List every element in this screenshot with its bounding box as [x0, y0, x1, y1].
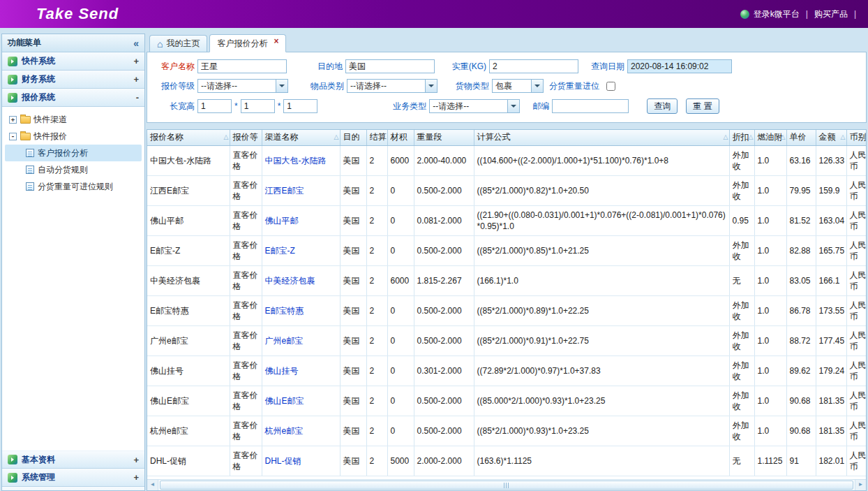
sort-icon[interactable]: △	[334, 133, 339, 140]
table-row[interactable]: DHL-促销直客价格DHL-促销美国250002.000-2.000(163.6…	[147, 446, 866, 476]
column-header-3[interactable]: 目的	[340, 130, 366, 145]
sort-icon[interactable]: △	[224, 133, 229, 140]
cell: 直客价格	[230, 446, 262, 476]
tree-leaf-weight-carry-rule[interactable]: 分货重量可进位规则	[5, 178, 142, 195]
length-input[interactable]	[197, 99, 232, 113]
postcode-input[interactable]	[552, 99, 629, 113]
cell: ((85*2/1.000)*0.89)*1.0+22.25	[474, 295, 729, 325]
column-header-5[interactable]: 材积	[387, 130, 414, 145]
column-header-4[interactable]: 结算	[366, 130, 387, 145]
plus-icon[interactable]: +	[133, 472, 139, 483]
tab-home[interactable]: ⌂ 我的主页	[149, 35, 207, 52]
plus-icon[interactable]: +	[133, 56, 139, 66]
sidebar-item-basic-data[interactable]: 基本资料 +	[2, 450, 144, 469]
sidebar-item-system-admin[interactable]: 系统管理 +	[2, 469, 144, 487]
channel-link[interactable]: 佛山挂号	[265, 366, 299, 376]
height-input[interactable]	[283, 99, 317, 113]
sort-icon[interactable]: △	[841, 133, 846, 140]
table-row[interactable]: E邮宝-Z直客价格E邮宝-Z美国200.500-2.000((85*2/1.00…	[147, 235, 866, 265]
select-value: --请选择--	[198, 80, 276, 92]
tree-leaf-customer-quote-analysis[interactable]: 客户报价分析	[5, 145, 142, 161]
channel-link[interactable]: DHL-促销	[265, 456, 301, 466]
table-row[interactable]: 佛山平邮直客价格佛山平邮美国200.081-2.000((21.90+((0.0…	[147, 205, 866, 235]
channel-link[interactable]: 江西E邮宝	[265, 186, 304, 196]
cell: 无	[729, 446, 754, 476]
column-header-10[interactable]: 单价	[786, 130, 816, 145]
table-row[interactable]: 佛山挂号直客价格佛山挂号美国200.301-2.000((72.89*2/1.0…	[147, 356, 866, 386]
channel-link[interactable]: 中国大包-水陆路	[265, 156, 327, 166]
weight-carry-checkbox[interactable]	[606, 82, 615, 91]
table-row[interactable]: 杭州e邮宝直客价格杭州e邮宝美国200.500-2.000((85*2/1.00…	[147, 416, 866, 446]
sidebar-item-other-system[interactable]: 其他系统 +	[2, 487, 144, 491]
reset-button[interactable]: 重 置	[686, 98, 719, 114]
login-platform-link[interactable]: 登录k微平台	[754, 8, 800, 20]
cell: 广州e邮宝	[147, 325, 230, 356]
table-row[interactable]: 中国大包-水陆路直客价格中国大包-水陆路美国260002.000-40.000(…	[147, 145, 866, 175]
business-type-select[interactable]: --请选择--	[429, 99, 520, 113]
quote-level-select[interactable]: --请选择--	[197, 79, 288, 93]
search-button[interactable]: 查询	[647, 98, 678, 114]
quote-level-label: 报价等级	[158, 80, 195, 92]
cell: 2	[366, 175, 387, 205]
channel-link[interactable]: 佛山平邮	[265, 216, 299, 226]
column-header-12[interactable]: 币别△	[846, 130, 866, 145]
plus-icon[interactable]: +	[133, 74, 139, 85]
cell: 1.0	[754, 386, 786, 416]
channel-link[interactable]: 中美经济包裹	[265, 276, 315, 286]
weight-input[interactable]	[489, 59, 578, 73]
close-icon[interactable]: ×	[274, 36, 278, 46]
expand-icon[interactable]: +	[9, 116, 17, 124]
weight-label: 实重(KG)	[440, 61, 486, 73]
column-header-2[interactable]: 渠道名称△	[262, 130, 340, 145]
column-header-11[interactable]: 金额△	[816, 130, 846, 145]
scroll-right-icon[interactable]: ►	[855, 480, 866, 490]
table-row[interactable]: 江西E邮宝直客价格江西E邮宝美国200.500-2.000((85*2/1.00…	[147, 175, 866, 205]
minus-icon[interactable]: -	[136, 92, 139, 103]
column-header-0[interactable]: 报价名称△	[147, 130, 230, 145]
channel-link[interactable]: E邮宝-Z	[265, 246, 295, 256]
horizontal-scrollbar[interactable]: ◄ ►	[147, 479, 866, 490]
column-label: 重量段	[417, 132, 442, 142]
table-row[interactable]: 中美经济包裹直客价格中美经济包裹美国260001.815-2.267(166.1…	[147, 265, 866, 295]
column-label: 材积	[391, 132, 407, 142]
customer-name-input[interactable]	[197, 59, 287, 73]
table-row[interactable]: 佛山E邮宝直客价格佛山E邮宝美国200.500-2.000((85.000*2/…	[147, 386, 866, 416]
tree-node-express-channel[interactable]: + 快件渠道	[5, 111, 142, 128]
sort-icon[interactable]: △	[781, 133, 786, 140]
table-row[interactable]: E邮宝特惠直客价格E邮宝特惠美国200.500-2.000((85*2/1.00…	[147, 295, 866, 325]
channel-link[interactable]: 佛山E邮宝	[265, 396, 304, 406]
column-header-1[interactable]: 报价等	[230, 130, 262, 145]
width-input[interactable]	[241, 99, 275, 113]
column-label: 目的	[343, 132, 360, 142]
table-row[interactable]: 广州e邮宝直客价格广州e邮宝美国200.500-2.000((85*2/1.00…	[147, 325, 866, 356]
cell: ((21.90+((0.080-0.031)/0.001+1)*0.076+((…	[474, 205, 729, 235]
collapse-icon[interactable]: «	[133, 38, 139, 49]
channel-link[interactable]: E邮宝特惠	[265, 306, 304, 316]
scroll-left-icon[interactable]: ◄	[147, 480, 158, 490]
scrollbar-thumb[interactable]	[160, 481, 853, 490]
tree-node-express-quote[interactable]: - 快件报价	[5, 128, 142, 145]
column-header-6[interactable]: 重量段	[414, 130, 474, 145]
collapse-node-icon[interactable]: -	[9, 133, 17, 140]
channel-link[interactable]: 杭州e邮宝	[265, 426, 304, 436]
item-category-select[interactable]: --请选择--	[347, 79, 437, 93]
tab-customer-quote-analysis[interactable]: 客户报价分析 ×	[209, 34, 286, 52]
query-date-input[interactable]	[627, 59, 732, 73]
column-label: 燃油附	[758, 132, 783, 142]
buy-product-link[interactable]: 购买产品	[814, 8, 848, 20]
column-header-9[interactable]: 燃油附△	[754, 130, 786, 145]
column-header-7[interactable]: 计算公式△	[474, 130, 729, 145]
channel-link[interactable]: 广州e邮宝	[265, 336, 304, 346]
sidebar-item-quote-system[interactable]: 报价系统 -	[2, 89, 144, 107]
sort-icon[interactable]: △	[865, 133, 866, 140]
sort-icon[interactable]: △	[749, 133, 754, 140]
sidebar-item-finance-system[interactable]: 财务系统 +	[2, 71, 144, 89]
tree-leaf-auto-sort-rule[interactable]: 自动分货规则	[5, 161, 142, 178]
column-header-8[interactable]: 折扣△	[729, 130, 754, 145]
cell: 1.0	[754, 175, 786, 205]
destination-input[interactable]	[345, 59, 435, 73]
sidebar-item-express-system[interactable]: 快件系统 +	[2, 52, 144, 71]
plus-icon[interactable]: +	[133, 455, 139, 465]
sort-icon[interactable]: △	[724, 133, 728, 140]
cargo-type-select[interactable]: 包裹	[492, 79, 544, 93]
